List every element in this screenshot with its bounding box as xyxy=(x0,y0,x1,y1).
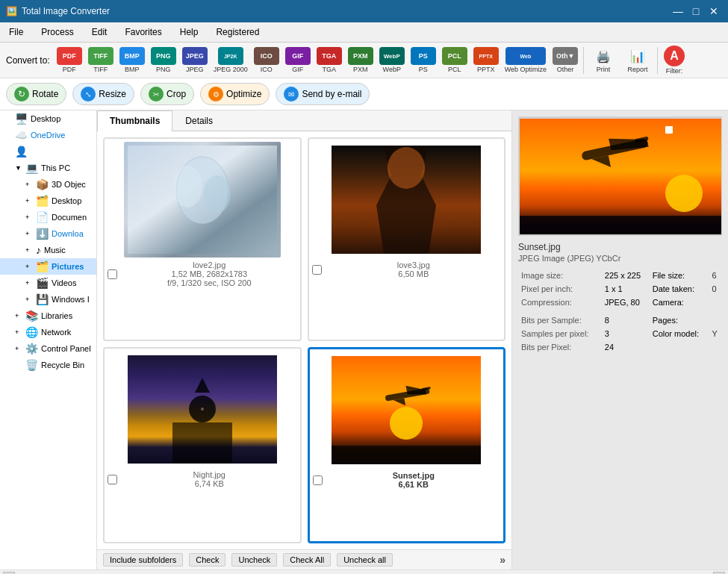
onedrive-icon: ☁️ xyxy=(15,129,28,141)
windowsi-icon: 💾 xyxy=(36,293,49,305)
expand-documents-icon: + xyxy=(25,213,33,221)
image-size-label: Image size: xyxy=(518,269,602,282)
sidebar-item-user[interactable]: 👤 xyxy=(0,143,96,160)
png-icon: PNG xyxy=(151,47,176,65)
resize-label: Resize xyxy=(99,89,126,99)
include-subfolders-button[interactable]: Include subfolders xyxy=(103,553,183,567)
thumb-size-sunset: 6,61 KB xyxy=(327,480,501,489)
format-ps[interactable]: PS PS xyxy=(408,46,438,75)
thumbnails-grid: love2.jpg 1,52 MB, 2682x1783 f/9, 1/320 … xyxy=(97,131,511,549)
thumb-checkbox-night[interactable] xyxy=(108,475,117,484)
sidebar-item-controlpanel[interactable]: + ⚙️ Control Panel xyxy=(0,340,96,357)
resize-button[interactable]: ⤡ Resize xyxy=(72,83,134,105)
sidebar-item-onedrive[interactable]: ☁️ OneDrive xyxy=(0,127,96,143)
sidebar-item-3dobjects[interactable]: + 📦 3D Objec xyxy=(0,176,96,193)
menu-registered[interactable]: Registered xyxy=(213,25,262,39)
close-button[interactable]: ✕ xyxy=(706,3,722,19)
uncheck-button[interactable]: Uncheck xyxy=(231,553,277,567)
print-button[interactable]: 🖨️ Print xyxy=(587,46,620,75)
format-jpeg[interactable]: JPEG JPEG xyxy=(180,46,210,75)
crop-button[interactable]: ✂ Crop xyxy=(140,83,194,105)
weboptimize-label: Web Optimize xyxy=(505,66,547,73)
rotate-button[interactable]: ↻ Rotate xyxy=(6,83,66,105)
optimize-button[interactable]: ⚙ Optimize xyxy=(200,83,270,105)
thumb-checkbox-love2[interactable] xyxy=(108,269,117,279)
jpeg2000-icon: JP2K xyxy=(218,47,243,65)
sidebar-item-music[interactable]: + ♪ Music xyxy=(0,242,96,258)
camera-value xyxy=(709,296,722,309)
format-tiff[interactable]: TIFF TIFF xyxy=(86,46,116,75)
sidebar-item-documents[interactable]: + 📄 Documen xyxy=(0,209,96,225)
preview-panel: Sunset.jpg JPEG Image (JPEG) YCbCr Image… xyxy=(511,110,728,570)
thumb-love3[interactable]: love3.jpg 6,50 MB xyxy=(308,137,506,341)
check-all-button[interactable]: Check All xyxy=(283,553,331,567)
maximize-button[interactable]: □ xyxy=(688,3,704,19)
ico-icon: ICO xyxy=(254,47,279,65)
menu-process[interactable]: Process xyxy=(38,25,76,39)
uncheck-all-button[interactable]: Uncheck all xyxy=(337,553,393,567)
send-email-button[interactable]: ✉ Send by e-mail xyxy=(276,83,370,105)
thumb-love2[interactable]: love2.jpg 1,52 MB, 2682x1783 f/9, 1/320 … xyxy=(103,137,302,341)
sidebar-item-libraries[interactable]: + 📚 Libraries xyxy=(0,308,96,324)
crop-label: Crop xyxy=(167,89,186,99)
menu-file[interactable]: File xyxy=(6,25,26,39)
sidebar-item-desktopfolder[interactable]: + 🗂️ Desktop xyxy=(0,193,96,209)
format-pptx[interactable]: PPTX PPTX xyxy=(471,46,501,75)
sidebar-item-network[interactable]: + 🌐 Network xyxy=(0,324,96,340)
sidebar-label-desktopfolder: Desktop xyxy=(52,196,81,205)
bmp-icon: BMP xyxy=(119,47,145,65)
menu-help[interactable]: Help xyxy=(177,25,202,39)
tab-details[interactable]: Details xyxy=(172,110,225,131)
format-pcl[interactable]: PCL PCL xyxy=(440,46,470,75)
thumb-checkbox-sunset[interactable] xyxy=(313,475,323,485)
sidebar-item-downloads[interactable]: + ⬇️ Downloa xyxy=(0,225,96,242)
format-webp[interactable]: WebP WebP xyxy=(377,46,407,75)
documents-icon: 📄 xyxy=(36,211,49,223)
thumb-night[interactable]: Night.jpg 6,74 KB xyxy=(103,347,302,543)
format-other[interactable]: Oth▼ Other xyxy=(550,46,580,75)
thumb-checkbox-love3[interactable] xyxy=(312,265,322,275)
sidebar-label-3dobjects: 3D Objec xyxy=(52,180,86,189)
app-icon: 🖼️ xyxy=(6,6,17,16)
expand-libraries-icon: + xyxy=(15,312,22,319)
tab-thumbnails[interactable]: Thumbnails xyxy=(97,110,172,131)
expand-music-icon: + xyxy=(25,246,33,254)
sidebar-item-recycle[interactable]: 🗑️ Recycle Bin xyxy=(0,357,96,373)
desktopfolder-icon: 🗂️ xyxy=(36,195,49,207)
send-email-label: Send by e-mail xyxy=(302,89,361,99)
thumb-sunset[interactable]: Sunset.jpg 6,61 KB xyxy=(308,347,506,543)
sidebar-item-desktop[interactable]: 🖥️ Desktop xyxy=(0,110,96,127)
info-row-bps: Bits per Sample: 8 Pages: xyxy=(518,313,722,327)
sidebar: 🖥️ Desktop ☁️ OneDrive 👤 ▼ 💻 This PC + 📦… xyxy=(0,110,97,570)
sidebar-item-videos[interactable]: + 🎬 Videos xyxy=(0,275,96,291)
double-arrow-icon[interactable]: » xyxy=(500,554,505,566)
menu-edit[interactable]: Edit xyxy=(89,25,111,39)
sidebar-item-windowsi[interactable]: + 💾 Windows I xyxy=(0,291,96,308)
file-size-value: 6 xyxy=(709,269,722,282)
sidebar-item-pictures[interactable]: + 🗂️ Pictures xyxy=(0,258,96,275)
webp-label: WebP xyxy=(383,66,401,73)
thumb-img-sunset xyxy=(328,352,485,468)
downloads-icon: ⬇️ xyxy=(36,228,49,240)
samples-per-pixel-label: Samples per pixel: xyxy=(518,327,602,340)
check-button[interactable]: Check xyxy=(189,553,225,567)
format-ico[interactable]: ICO ICO xyxy=(252,46,281,75)
ps-icon: PS xyxy=(411,47,436,65)
jpeg-icon: JPEG xyxy=(182,47,208,65)
report-button[interactable]: 📊 Report xyxy=(621,46,654,75)
format-pdf[interactable]: PDF PDF xyxy=(55,46,84,75)
menu-favorites[interactable]: Favorites xyxy=(122,25,164,39)
format-weboptimize[interactable]: Web Web Optimize xyxy=(503,46,549,75)
info-row-bpp: Bits per Pixel: 24 xyxy=(518,340,722,354)
network-icon: 🌐 xyxy=(25,326,38,338)
print-icon: 🖨️ xyxy=(591,47,616,65)
ico-label: ICO xyxy=(261,66,273,73)
format-jpeg2000[interactable]: JP2K JPEG 2000 xyxy=(211,46,250,75)
format-tga[interactable]: TGA TGA xyxy=(314,46,344,75)
format-png[interactable]: PNG PNG xyxy=(149,46,178,75)
format-pxm[interactable]: PXM PXM xyxy=(346,46,376,75)
sidebar-item-thispc[interactable]: ▼ 💻 This PC xyxy=(0,160,96,176)
format-gif[interactable]: GIF GIF xyxy=(283,46,313,75)
minimize-button[interactable]: — xyxy=(670,3,686,19)
format-bmp[interactable]: BMP BMP xyxy=(117,46,147,75)
